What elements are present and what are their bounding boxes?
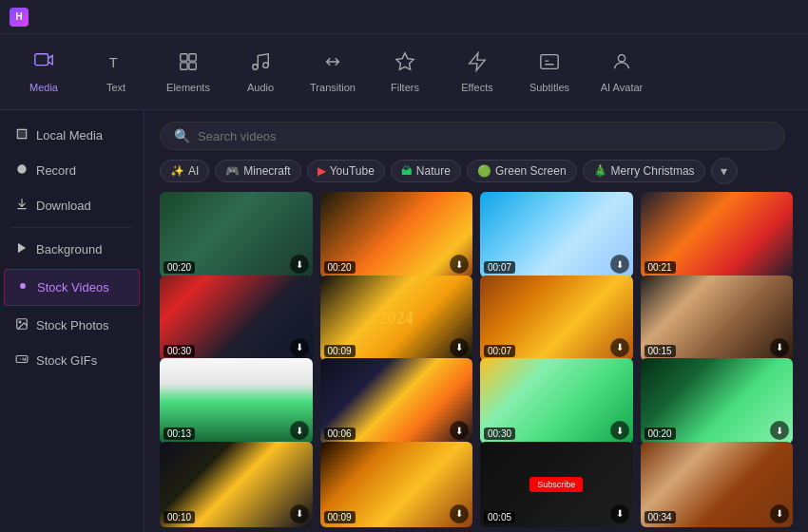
sidebar-item-download[interactable]: Download: [0, 188, 144, 223]
video-download-button[interactable]: ⬇: [450, 338, 469, 357]
tag-icon-nature: 🏔: [401, 164, 413, 178]
search-bar: 🔍: [144, 110, 808, 158]
video-duration: 00:07: [484, 345, 515, 357]
svg-text:T: T: [109, 54, 118, 69]
local-media-icon: [15, 127, 29, 143]
toolbar-item-subtitles[interactable]: Subtitles: [515, 40, 584, 104]
sidebar-item-stock-photos[interactable]: Stock Photos: [0, 308, 144, 343]
video-download-button[interactable]: ⬇: [450, 504, 469, 523]
video-thumb[interactable]: 00:20 ⬇: [160, 192, 313, 277]
audio-icon: [250, 51, 271, 78]
svg-marker-12: [18, 243, 26, 254]
video-thumb[interactable]: 00:06 ⬇: [320, 358, 473, 444]
svg-rect-5: [189, 62, 196, 68]
tag-label-minecraft: Minecraft: [243, 164, 290, 178]
video-thumb[interactable]: 00:30 ⬇: [480, 358, 633, 444]
video-thumb[interactable]: 00:15 ⬇: [641, 276, 794, 361]
video-download-button[interactable]: ⬇: [610, 255, 629, 274]
chevron-down-icon: ▾: [721, 163, 727, 179]
toolbar-item-transition[interactable]: Transition: [298, 40, 367, 104]
video-thumb[interactable]: 00:07 ⬇: [480, 192, 633, 277]
video-thumb[interactable]: 00:20 ⬇: [320, 192, 473, 277]
video-duration: 00:13: [164, 428, 195, 440]
svg-rect-3: [189, 53, 196, 60]
video-thumb[interactable]: 00:34 ⬇: [641, 442, 794, 527]
media-icon: [33, 51, 54, 78]
svg-point-7: [263, 62, 269, 67]
sidebar-label-stock-gifs: Stock GIFs: [36, 353, 97, 368]
tags-more-button[interactable]: ▾: [711, 158, 738, 184]
stock-videos-icon: [16, 279, 29, 295]
video-thumb[interactable]: 00:07 ⬇: [480, 276, 633, 361]
video-download-button[interactable]: ⬇: [770, 504, 789, 523]
tag-nature[interactable]: 🏔 Nature: [391, 160, 461, 182]
video-download-button[interactable]: ⬇: [610, 504, 629, 523]
sidebar-item-background[interactable]: Background: [0, 232, 144, 267]
video-thumb[interactable]: 00:09 2024⬇: [320, 276, 473, 361]
toolbar-label-ai-avatar: AI Avatar: [601, 82, 643, 93]
svg-point-11: [17, 164, 26, 173]
download-icon: [15, 198, 29, 214]
tag-ai[interactable]: ✨ AI: [160, 160, 209, 182]
tag-merry-christmas[interactable]: 🎄 Merry Christmas: [583, 160, 705, 182]
toolbar-item-filters[interactable]: Filters: [371, 40, 439, 104]
search-input[interactable]: [198, 129, 771, 143]
svg-rect-9: [541, 54, 558, 68]
video-duration: 00:09: [324, 345, 356, 357]
video-thumb[interactable]: 00:20 ⬇: [641, 358, 794, 444]
sidebar-item-stock-videos[interactable]: Stock Videos: [4, 269, 140, 306]
toolbar-item-audio[interactable]: Audio: [226, 40, 295, 104]
svg-point-13: [20, 283, 26, 289]
toolbar-item-text[interactable]: T Text: [82, 40, 150, 104]
main-area: Local Media Record Download Background S…: [0, 110, 808, 532]
elements-icon: [178, 51, 199, 78]
sidebar-label-download: Download: [36, 199, 91, 213]
video-download-button[interactable]: ⬇: [290, 338, 309, 357]
tag-green-screen[interactable]: 🟢 Green Screen: [467, 160, 577, 182]
svg-point-15: [19, 321, 21, 323]
video-thumb[interactable]: 00:13 ⬇: [160, 358, 313, 444]
video-duration: 00:20: [164, 261, 195, 274]
toolbar-item-media[interactable]: Media: [10, 40, 78, 104]
svg-marker-8: [396, 52, 414, 68]
video-duration: 00:06: [324, 428, 356, 440]
toolbar-label-text: Text: [106, 82, 125, 93]
tag-label-ai: AI: [188, 164, 199, 178]
sidebar-item-local-media[interactable]: Local Media: [0, 118, 144, 153]
tag-youtube[interactable]: ▶ YouTube: [307, 160, 385, 182]
sidebar-item-stock-gifs[interactable]: Stock GIFs: [0, 343, 144, 378]
video-thumb[interactable]: 00:30 ⬇: [160, 276, 313, 361]
sidebar-item-record[interactable]: Record: [0, 153, 144, 188]
toolbar-item-effects[interactable]: Effects: [443, 40, 511, 104]
tag-icon-merry-christmas: 🎄: [593, 164, 607, 178]
video-download-button[interactable]: ⬇: [290, 504, 309, 523]
video-download-button[interactable]: ⬇: [610, 421, 629, 440]
video-thumb[interactable]: 00:21: [641, 192, 794, 277]
video-duration: 00:20: [644, 428, 676, 440]
video-duration: 00:15: [644, 345, 676, 357]
video-thumb[interactable]: 00:05 Subscribe⬇: [480, 442, 633, 527]
tag-minecraft[interactable]: 🎮 Minecraft: [215, 160, 300, 182]
effects-icon: [467, 51, 488, 78]
titlebar: H: [0, 0, 808, 34]
subtitles-icon: [539, 51, 560, 78]
stock-gifs-icon: [15, 352, 29, 369]
video-download-button[interactable]: ⬇: [770, 338, 789, 357]
video-download-button[interactable]: ⬇: [610, 338, 629, 357]
video-download-button[interactable]: ⬇: [290, 421, 309, 440]
toolbar: Media T Text Elements Audio Transition F…: [0, 34, 808, 110]
background-icon: [15, 241, 29, 257]
toolbar-item-elements[interactable]: Elements: [154, 40, 222, 104]
filters-icon: [394, 51, 415, 78]
video-thumb[interactable]: 00:10 ⬇: [160, 442, 313, 527]
toolbar-item-ai-avatar[interactable]: AI Avatar: [587, 40, 656, 104]
svg-point-6: [253, 64, 259, 69]
tag-icon-green-screen: 🟢: [477, 164, 491, 178]
toolbar-label-effects: Effects: [461, 82, 492, 93]
sidebar-label-background: Background: [36, 242, 102, 256]
toolbar-label-media: Media: [29, 82, 58, 93]
video-thumb[interactable]: 00:09 ⬇: [320, 442, 473, 527]
svg-rect-2: [181, 53, 187, 60]
search-input-wrap[interactable]: 🔍: [160, 122, 785, 150]
video-download-button[interactable]: ⬇: [290, 255, 309, 274]
